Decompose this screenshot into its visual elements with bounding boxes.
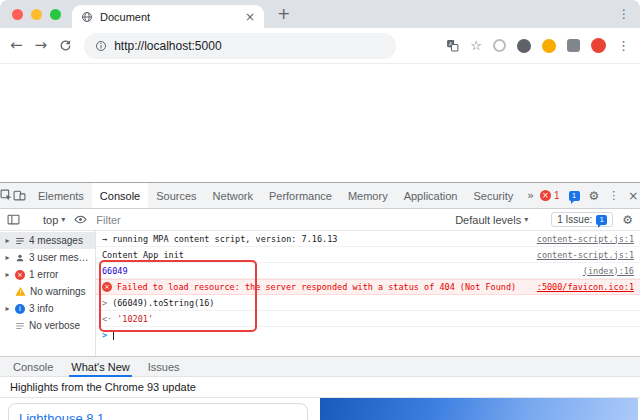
- sidebar-item-info[interactable]: ▸ i 3 info: [0, 300, 95, 317]
- message-counter[interactable]: 1: [569, 191, 580, 201]
- extensions-puzzle-icon[interactable]: [567, 39, 580, 52]
- sidebar-item-label: 4 messages: [29, 235, 83, 246]
- window-close-button[interactable]: [12, 9, 23, 20]
- drawer-tab-whats-new[interactable]: What's New: [62, 357, 138, 376]
- devtools-tabbar: Elements Console Sources Network Perform…: [0, 183, 640, 209]
- more-tabs-icon[interactable]: »: [521, 183, 540, 208]
- console-error-row: × Failed to load resource: the server re…: [96, 279, 640, 295]
- source-link[interactable]: content-script.js:1: [537, 250, 634, 260]
- console-sidebar-toggle-icon[interactable]: [7, 213, 20, 226]
- console-messages: → running MPA content script, version: 7…: [96, 231, 640, 356]
- drawer-tab-issues[interactable]: Issues: [139, 357, 189, 376]
- disclosure-triangle-icon[interactable]: ▸: [4, 304, 11, 313]
- navigation-bar: ← → http://localhost:5000 A: [0, 28, 640, 64]
- devtools-close-icon[interactable]: ×: [628, 190, 638, 202]
- console-settings-gear-icon[interactable]: ⚙: [622, 214, 633, 226]
- disclosure-triangle-icon[interactable]: ▸: [4, 253, 11, 262]
- bookmark-star-icon[interactable]: ☆: [470, 39, 482, 52]
- user-icon: [15, 253, 25, 263]
- tab-performance[interactable]: Performance: [261, 183, 340, 208]
- sidebar-item-verbose[interactable]: ▸ No verbose: [0, 317, 95, 334]
- log-number: 66049: [102, 266, 128, 276]
- tab-network[interactable]: Network: [205, 183, 261, 208]
- translate-icon[interactable]: A: [446, 39, 459, 52]
- log-text: → running MPA content script, version: 7…: [102, 234, 337, 244]
- sidebar-item-all-messages[interactable]: ▸ 4 messages: [0, 232, 95, 249]
- chevron-down-icon: ▾: [524, 215, 528, 224]
- source-link[interactable]: (index):16: [583, 266, 634, 276]
- source-link[interactable]: :5000/favicon.ico:1: [537, 282, 634, 292]
- source-link[interactable]: content-script.js:1: [537, 234, 634, 244]
- new-tab-button[interactable]: +: [277, 4, 290, 23]
- window-minimize-button[interactable]: [31, 9, 42, 20]
- extension-icon-3[interactable]: [542, 39, 556, 53]
- browser-tab[interactable]: Document ×: [72, 5, 264, 28]
- tab-elements[interactable]: Elements: [30, 183, 92, 208]
- inspect-element-icon[interactable]: [0, 183, 13, 208]
- device-toolbar-icon[interactable]: [13, 183, 26, 208]
- whats-new-headline: Highlights from the Chrome 93 update: [0, 377, 640, 398]
- forward-button[interactable]: →: [35, 38, 48, 53]
- tab-console[interactable]: Console: [92, 183, 148, 208]
- log-levels-label: Default levels: [455, 214, 521, 226]
- tab-close-icon[interactable]: ×: [245, 11, 255, 23]
- error-count: 1: [554, 190, 560, 201]
- window-zoom-button[interactable]: [50, 9, 61, 20]
- tab-strip-menu-icon[interactable]: ⋮: [618, 7, 630, 21]
- sidebar-item-label: 3 info: [29, 303, 53, 314]
- console-input-row: > (66049).toString(16): [96, 295, 640, 311]
- address-bar[interactable]: http://localhost:5000: [84, 33, 396, 59]
- card-title-link[interactable]: Lighthouse 8.1: [19, 411, 104, 420]
- tab-application[interactable]: Application: [396, 183, 466, 208]
- error-text: Failed to load resource: the server resp…: [117, 282, 516, 292]
- profile-avatar[interactable]: [591, 38, 606, 53]
- console-prompt[interactable]: >: [96, 327, 640, 343]
- sidebar-item-user-messages[interactable]: ▸ 3 user mes…: [0, 249, 95, 266]
- devtools-tabbar-right: × 1 1 ⚙ ⋮ ×: [540, 183, 640, 208]
- devtools-menu-icon[interactable]: ⋮: [608, 190, 619, 201]
- warning-triangle-icon: [15, 286, 26, 297]
- tab-memory[interactable]: Memory: [340, 183, 396, 208]
- browser-menu-icon[interactable]: ⋮: [617, 39, 630, 52]
- whats-new-card[interactable]: Lighthouse 8.1: [8, 403, 308, 420]
- context-label: top: [43, 214, 58, 226]
- tab-sources[interactable]: Sources: [148, 183, 204, 208]
- console-log-row: 66049 (index):16: [96, 263, 640, 279]
- error-counter[interactable]: × 1: [540, 190, 560, 201]
- error-circle-icon: ×: [102, 282, 112, 292]
- filter-input[interactable]: [96, 214, 446, 226]
- reload-button[interactable]: [59, 39, 72, 52]
- input-expression: (66049).toString(16): [112, 298, 214, 308]
- drawer-tab-console[interactable]: Console: [4, 357, 62, 376]
- live-expression-eye-icon[interactable]: [74, 213, 87, 226]
- disclosure-triangle-icon[interactable]: ▸: [4, 270, 11, 279]
- log-levels-dropdown[interactable]: Default levels ▾: [455, 214, 528, 226]
- page-content: [0, 64, 640, 182]
- log-text: Content App init: [102, 250, 184, 260]
- extension-icon-2[interactable]: [517, 39, 531, 53]
- issues-button[interactable]: 1 Issue: 1: [551, 212, 613, 227]
- disclosure-triangle-icon[interactable]: ▸: [4, 236, 11, 245]
- devtools-settings-gear-icon[interactable]: ⚙: [589, 190, 600, 202]
- sidebar-item-warnings[interactable]: ▸ No warnings: [0, 283, 95, 300]
- url-text[interactable]: http://localhost:5000: [114, 39, 221, 53]
- site-info-icon[interactable]: [95, 40, 107, 52]
- sidebar-item-errors[interactable]: ▸ × 1 error: [0, 266, 95, 283]
- back-button[interactable]: ←: [10, 38, 23, 53]
- console-sidebar: ▸ 4 messages ▸ 3 user mes… ▸ × 1 e: [0, 231, 96, 356]
- whats-new-content: Lighthouse 8.1: [0, 398, 640, 420]
- globe-favicon-icon: [81, 11, 93, 23]
- context-selector[interactable]: top ▾: [43, 214, 65, 226]
- whats-new-banner-image: [320, 398, 638, 420]
- input-chevron-icon: >: [102, 298, 107, 308]
- devtools-panel: Elements Console Sources Network Perform…: [0, 182, 640, 420]
- console-log-row: Content App init content-script.js:1: [96, 247, 640, 263]
- info-circle-icon: i: [15, 304, 25, 314]
- text-cursor: [113, 330, 114, 340]
- extension-icon-1[interactable]: [493, 39, 506, 52]
- tab-strip: Document × + ⋮: [0, 0, 640, 28]
- sidebar-item-label: No warnings: [30, 286, 86, 297]
- issues-label: 1 Issue:: [557, 214, 592, 225]
- tab-security[interactable]: Security: [465, 183, 521, 208]
- result-string: '10201': [117, 314, 153, 324]
